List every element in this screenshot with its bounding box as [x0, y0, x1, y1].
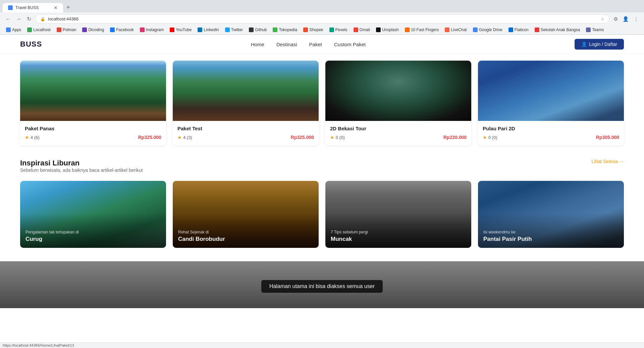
star-icon: ★ — [177, 135, 182, 140]
bookmark-label: Tokopedia — [279, 27, 297, 32]
bookmark-item[interactable]: Sekolah Anak Bangsa — [532, 26, 583, 33]
star-icon: ★ — [483, 135, 487, 140]
back-button[interactable]: ← — [4, 15, 12, 23]
bookmark-label: YouTube — [176, 27, 192, 32]
bookmark-label: Unsplash — [382, 27, 399, 32]
bookmark-item[interactable]: Google Drive — [470, 26, 505, 33]
bookmark-item[interactable]: YouTube — [167, 26, 194, 33]
rating-value: 0 (0) — [488, 135, 497, 140]
bookmark-item[interactable]: Pexels — [327, 26, 350, 33]
bookmark-item[interactable]: Github — [246, 26, 269, 33]
bookmark-item[interactable]: Shopee — [301, 26, 326, 33]
url-box[interactable]: 🔒 localhost:44366 ☆ — [35, 14, 609, 23]
card-body: Pulau Pari 2D★ 0 (0)Rp305.000 — [478, 121, 624, 145]
package-price: Rp325.000 — [291, 135, 314, 140]
bookmark-item[interactable]: Localhost — [24, 26, 53, 33]
bookmark-item[interactable]: Dicoding — [79, 26, 107, 33]
lihat-semua-link[interactable]: Lihat Semua → — [592, 159, 624, 164]
bookmark-item[interactable]: Twitter — [222, 26, 246, 33]
article-subtitle: Pengalaman tak terlupakan di — [25, 230, 161, 234]
bookmark-label: Google Drive — [479, 27, 502, 32]
articles-row: Pengalaman tak terlupakan diCurugRehat S… — [20, 181, 624, 248]
menu-button[interactable]: ⋮ — [632, 15, 640, 23]
article-card[interactable]: Isi weekendmu kePantai Pasir Putih — [478, 181, 624, 248]
inspirasi-section: Inspirasi Liburan Sebelum berwisata, ada… — [20, 159, 624, 248]
bookmark-item[interactable]: Gmail — [351, 26, 373, 33]
nav-logo[interactable]: BUSS — [20, 40, 42, 49]
package-rating: ★ 4 (3) — [177, 135, 192, 140]
browser-chrome: Travel BUSS ✕ + ← → ↻ 🔒 localhost:44366 … — [0, 0, 644, 35]
article-subtitle: 7 Tips sebelum pergi — [331, 230, 466, 234]
bookmark-item[interactable]: Unsplash — [373, 26, 401, 33]
article-card[interactable]: Pengalaman tak terlupakan diCurug — [20, 181, 166, 248]
nav-link-custom-paket[interactable]: Custom Paket — [334, 42, 366, 47]
browser-tab[interactable]: Travel BUSS ✕ — [3, 3, 63, 12]
article-subtitle: Isi weekendmu ke — [483, 230, 619, 234]
article-subtitle: Rehat Sejenak di — [178, 230, 313, 234]
bookmark-item[interactable]: Facebook — [107, 26, 137, 33]
packages-row: Paket Panas★ 4 (6)Rp325.000Paket Test★ 4… — [20, 61, 624, 145]
new-tab-button[interactable]: + — [64, 3, 73, 12]
bookmark-label: Gmail — [360, 27, 370, 32]
bookmark-item[interactable]: 10 Fast Fingers — [402, 26, 441, 33]
profile-button[interactable]: 👤 — [621, 15, 630, 23]
main-nav: BUSS HomeDestinasiPaketCustom Paket 👤 Lo… — [0, 35, 644, 54]
bookmark-item[interactable]: LinkedIn — [195, 26, 221, 33]
bookmark-item[interactable]: Apps — [3, 26, 24, 33]
star-icon: ★ — [25, 135, 29, 140]
package-card[interactable]: Paket Test★ 4 (3)Rp325.000 — [173, 61, 319, 145]
reload-button[interactable]: ↻ — [25, 14, 33, 23]
card-body: Paket Test★ 4 (3)Rp325.000 — [173, 121, 319, 145]
card-footer: ★ 4 (3)Rp325.000 — [177, 135, 314, 140]
nav-link-paket[interactable]: Paket — [309, 42, 322, 47]
article-overlay: Rehat Sejenak diCandi Borobudur — [173, 213, 319, 248]
browser-actions: ⚙ 👤 ⋮ — [612, 15, 640, 23]
article-overlay: Pengalaman tak terlupakan diCurug — [20, 213, 166, 248]
rating-value: 4 (6) — [31, 135, 40, 140]
bookmark-item[interactable]: Tokopedia — [270, 26, 300, 33]
package-image — [325, 61, 471, 121]
bookmark-favicon — [273, 27, 277, 32]
bookmark-item[interactable]: Flaticon — [506, 26, 531, 33]
url-text: localhost:44366 — [48, 16, 598, 21]
bookmark-favicon — [376, 27, 381, 32]
tab-close-icon[interactable]: ✕ — [54, 5, 58, 10]
bookmark-item[interactable]: LiveChat — [442, 26, 469, 33]
tab-bar: Travel BUSS ✕ + — [0, 0, 644, 12]
package-card[interactable]: 2D Bekasi Tour★ 0 (0)Rp220.000 — [325, 61, 471, 145]
section-title: Inspirasi Liburan — [20, 159, 143, 167]
package-price: Rp220.000 — [443, 135, 467, 140]
nav-link-home[interactable]: Home — [251, 42, 264, 47]
star-bookmark-icon[interactable]: ☆ — [601, 17, 604, 21]
article-card[interactable]: Rehat Sejenak diCandi Borobudur — [173, 181, 319, 248]
card-footer: ★ 0 (0)Rp305.000 — [483, 135, 619, 140]
package-rating: ★ 0 (0) — [330, 135, 345, 140]
forward-button[interactable]: → — [15, 15, 23, 23]
bookmark-label: Pexels — [335, 27, 347, 32]
article-title: Candi Borobudur — [178, 236, 313, 242]
star-icon: ★ — [330, 135, 334, 140]
bookmark-favicon — [110, 27, 115, 32]
package-card[interactable]: Pulau Pari 2D★ 0 (0)Rp305.000 — [478, 61, 624, 145]
bookmark-label: Flaticon — [515, 27, 529, 32]
bookmark-favicon — [586, 27, 591, 32]
bookmark-item[interactable]: Polman — [54, 26, 79, 33]
bookmark-label: Apps — [12, 27, 21, 32]
bookmark-item[interactable]: Instagram — [137, 26, 166, 33]
bookmark-label: Instagram — [146, 27, 164, 32]
nav-link-destinasi[interactable]: Destinasi — [276, 42, 297, 47]
package-title: Pulau Pari 2D — [483, 126, 619, 131]
bookmark-label: Dicoding — [88, 27, 104, 32]
rating-value: 4 (3) — [183, 135, 192, 140]
bookmark-favicon — [473, 27, 478, 32]
package-card[interactable]: Paket Panas★ 4 (6)Rp325.000 — [20, 61, 166, 145]
app-container: BUSS HomeDestinasiPaketCustom Paket 👤 Lo… — [0, 35, 644, 308]
bookmark-item[interactable]: Teams — [583, 26, 606, 33]
extensions-button[interactable]: ⚙ — [612, 15, 619, 23]
bookmark-favicon — [82, 27, 87, 32]
bookmark-favicon — [303, 27, 308, 32]
package-image — [478, 61, 624, 121]
bookmark-label: Facebook — [116, 27, 134, 32]
login-button[interactable]: 👤 Login / Daftar — [575, 39, 624, 50]
article-card[interactable]: 7 Tips sebelum pergiMuncak — [325, 181, 471, 248]
